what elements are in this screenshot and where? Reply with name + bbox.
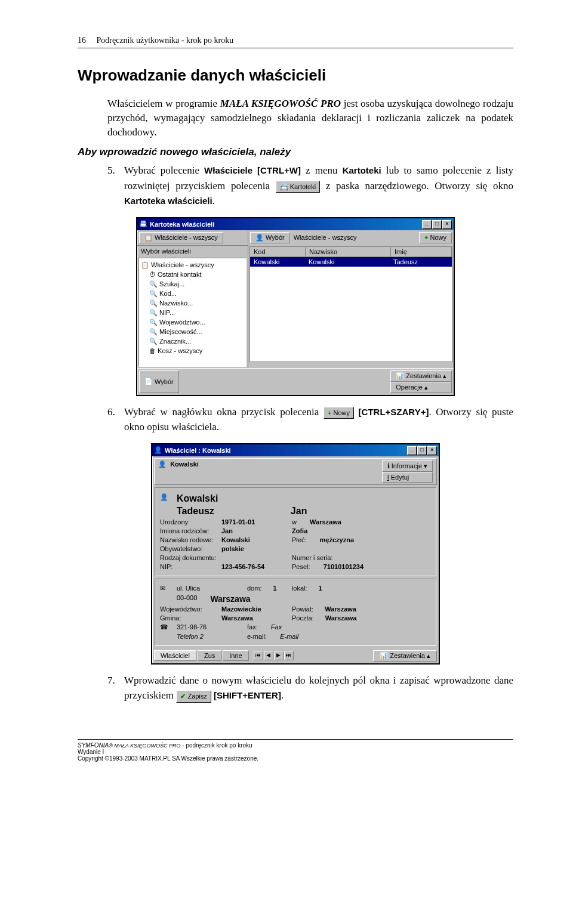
tree-item[interactable]: 🔍 Miejscowość... xyxy=(141,327,244,336)
tree-item[interactable]: 🔍 Kod... xyxy=(141,289,244,298)
nav-buttons: ⏮◀▶⏭ xyxy=(254,651,294,660)
col-kod[interactable]: Kod xyxy=(250,247,306,257)
section-heading: Wprowadzanie danych właścicieli xyxy=(78,66,513,85)
step-5: 5. Wybrać polecenie Właściciele [CTRL+W]… xyxy=(107,163,513,209)
tab-bar: Właściciel Zus Inne ⏮◀▶⏭ 📊 Zestawienia ▴ xyxy=(152,648,439,663)
nowy-button-inline: + Nowy xyxy=(324,407,354,419)
wlasciciel-window: 👤Właściciel : Kowalski _□× 👤 Kowalski ℹ … xyxy=(151,443,440,665)
tree-item[interactable]: ⏱ Ostatni kontakt xyxy=(141,270,244,279)
nav-last[interactable]: ⏭ xyxy=(284,651,294,660)
grid-row-selected[interactable]: Kowalski Kowalski Tadeusz xyxy=(250,257,452,267)
sb-zestawienia[interactable]: 📊 Zestawienia ▴ xyxy=(390,370,452,382)
nowy-button[interactable]: + Nowy xyxy=(419,232,452,243)
step-7: 7. Wprowadzić dane o nowym właścicielu d… xyxy=(107,673,513,703)
person-icon: 👤 xyxy=(160,493,172,504)
minimize-button[interactable]: _ xyxy=(422,220,432,229)
close-button[interactable]: × xyxy=(442,220,452,229)
phone-icon: ☎ xyxy=(160,623,172,631)
program-name: MAŁA KSIĘGOWOŚĆ PRO xyxy=(220,98,341,109)
personal-section: 👤Kowalski TadeuszJan Urodzony:1971-01-01… xyxy=(155,487,436,576)
header-title: Podręcznik użytkownika - krok po kroku xyxy=(97,36,234,45)
page-footer: SYMFONIA® MAŁA KSIĘGOWOŚĆ PRO - podręczn… xyxy=(78,739,513,762)
toolbar-desc: Właściciele - wszyscy xyxy=(292,232,417,243)
grid-header: Kod Nazwisko Imię xyxy=(249,246,452,257)
tree-item[interactable]: 🔍 Znacznik... xyxy=(141,336,244,346)
tab-wlasciciel[interactable]: Właściciel xyxy=(154,650,196,661)
tree-item[interactable]: 🗑 Kosz - wszyscy xyxy=(141,346,244,356)
address-section: ✉ul. Ulicadom: 1 lokal: 1 00-000 Warszaw… xyxy=(155,579,436,646)
intro-paragraph: Właścicielem w programie MAŁA KSIĘGOWOŚĆ… xyxy=(107,97,513,139)
tab-zus[interactable]: Zus xyxy=(198,650,221,661)
statusbar: 📄 Wybór 📊 Zestawienia ▴ Operacje ▴ xyxy=(137,368,454,395)
informacje-button[interactable]: ℹ Informacje ▾ xyxy=(382,461,433,472)
envelope-icon: ✉ xyxy=(160,585,172,592)
nav-first[interactable]: ⏮ xyxy=(254,651,263,660)
tree-item[interactable]: 🔍 Szukaj... xyxy=(141,279,244,289)
col-nazwisko[interactable]: Nazwisko xyxy=(306,247,391,257)
close-button[interactable]: × xyxy=(427,446,437,455)
sb-operacje[interactable]: Operacje ▴ xyxy=(390,382,452,393)
left-subheader: Wybór właścicieli xyxy=(137,245,248,257)
wybor-button[interactable]: 👤 Wybór xyxy=(250,232,290,243)
tree-root[interactable]: 📋 Właściciele - wszyscy xyxy=(141,260,244,270)
zapisz-button-inline: ✔ Zapisz xyxy=(176,690,211,703)
tree-item[interactable]: 🔍 Województwo... xyxy=(141,317,244,327)
step-6: 6. Wybrać w nagłówku okna przycisk polec… xyxy=(107,404,513,435)
person-icon: 👤 xyxy=(154,446,162,454)
col-imie[interactable]: Imię xyxy=(391,247,452,257)
titlebar[interactable]: 👤Właściciel : Kowalski _□× xyxy=(152,444,439,456)
maximize-button[interactable]: □ xyxy=(417,446,427,455)
app-icon: 📇 xyxy=(139,220,147,228)
titlebar[interactable]: 📇Kartoteka właścicieli _□× xyxy=(137,218,454,230)
minimize-button[interactable]: _ xyxy=(407,446,417,455)
nav-next[interactable]: ▶ xyxy=(274,651,284,660)
tab-inne[interactable]: Inne xyxy=(223,650,248,661)
grid-body[interactable]: Kowalski Kowalski Tadeusz xyxy=(249,257,452,362)
kartoteka-window: 📇Kartoteka właścicieli _□× 📋 Właściciele… xyxy=(136,217,455,396)
name-label: 👤 Kowalski xyxy=(158,461,199,483)
maximize-button[interactable]: □ xyxy=(432,220,442,229)
nav-prev[interactable]: ◀ xyxy=(264,651,273,660)
left-header-button[interactable]: 📋 Właściciele - wszyscy xyxy=(139,232,223,243)
page-number: 16 xyxy=(78,36,86,45)
sb-wybor[interactable]: 📄 Wybór xyxy=(139,370,179,393)
tree-view[interactable]: 📋 Właściciele - wszyscy ⏱ Ostatni kontak… xyxy=(138,258,247,367)
tree-item[interactable]: 🔍 NIP... xyxy=(141,308,244,317)
kartoteki-button-inline: 📇 Kartoteki xyxy=(276,181,320,193)
edytuj-button[interactable]: I Edytuj xyxy=(382,472,433,483)
tree-item[interactable]: 🔍 Nazwisko... xyxy=(141,298,244,308)
page-header: 16 Podręcznik użytkownika - krok po krok… xyxy=(78,36,513,48)
tab-zestawienia[interactable]: 📊 Zestawienia ▴ xyxy=(373,650,437,662)
subheading: Aby wprowadzić nowego właściciela, należ… xyxy=(78,146,513,158)
